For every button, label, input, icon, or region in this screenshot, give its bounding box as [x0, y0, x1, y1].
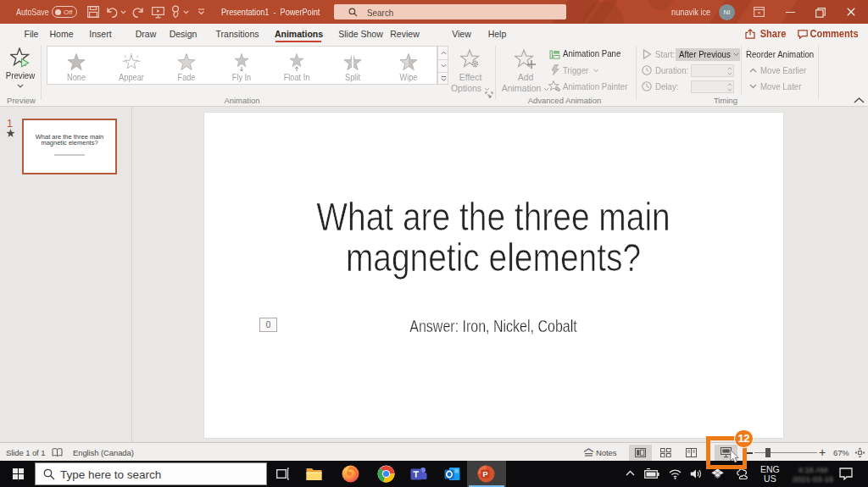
- svg-text:P: P: [482, 470, 487, 479]
